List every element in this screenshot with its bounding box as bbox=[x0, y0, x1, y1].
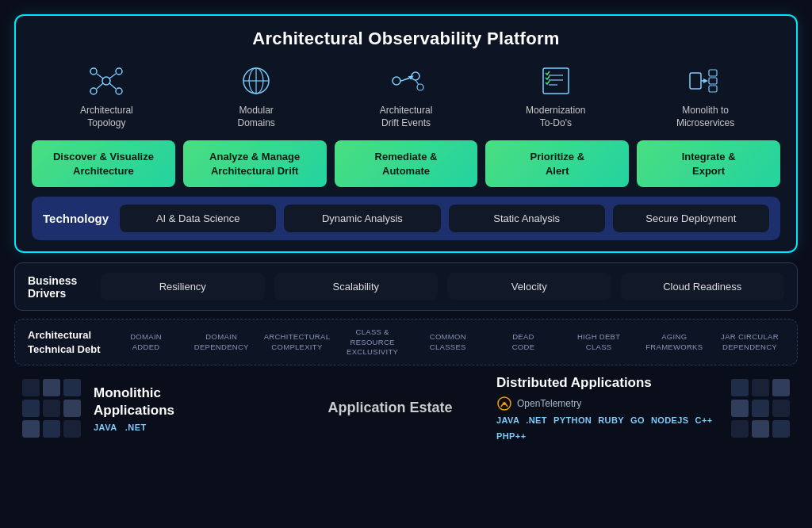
tech-btn-secure[interactable]: Secure Deployment bbox=[613, 205, 769, 232]
tag-python: PYTHON bbox=[553, 415, 592, 425]
domains-label: ModularDomains bbox=[238, 105, 275, 129]
grid-sq bbox=[22, 379, 40, 396]
btn-prioritize[interactable]: Prioritize &Alert bbox=[485, 140, 629, 187]
debt-dead-code: DEADCODE bbox=[488, 332, 557, 352]
icon-item-topology: ArchitecturalTopology bbox=[39, 63, 174, 129]
grid-sq bbox=[43, 379, 60, 396]
platform-title: Architectural Observability Platform bbox=[32, 29, 780, 49]
monolith-icon bbox=[685, 63, 726, 98]
debt-common-classes: COMMONCLASSES bbox=[413, 332, 482, 352]
technical-debt-container: ArchitecturalTechnical Debt DOMAINADDED … bbox=[14, 319, 798, 365]
grid-sq bbox=[63, 379, 81, 396]
svg-point-0 bbox=[102, 77, 110, 85]
business-drivers-container: BusinessDrivers Resiliency Scalability V… bbox=[14, 262, 798, 311]
technology-label: Technology bbox=[43, 212, 109, 225]
tag-dotnet: .NET bbox=[125, 423, 147, 432]
grid-sq bbox=[43, 400, 60, 417]
monolith-label: Monolith toMicroservices bbox=[676, 105, 734, 129]
tag-go: GO bbox=[630, 415, 645, 425]
monolithic-tags: JAVA .NET bbox=[94, 423, 147, 432]
otel-label: OpenTelemetry bbox=[517, 398, 581, 409]
svg-point-13 bbox=[393, 77, 400, 85]
distributed-icons-grid bbox=[731, 379, 790, 438]
distributed-title: Distributed Applications bbox=[496, 375, 652, 391]
debt-items-row: DOMAINADDED DOMAINDEPENDENCY ARCHITECTUR… bbox=[112, 327, 784, 357]
monolithic-icons-grid bbox=[22, 379, 81, 438]
driver-cloud[interactable]: Cloud Readiness bbox=[621, 273, 785, 300]
business-drivers-label: BusinessDrivers bbox=[28, 274, 91, 300]
green-buttons-row: Discover & VisualizeArchitecture Analyze… bbox=[32, 140, 780, 187]
otel-badge: OpenTelemetry bbox=[496, 396, 581, 411]
svg-point-27 bbox=[503, 402, 506, 405]
debt-jar-circular: JAR CIRCULARDEPENDENCY bbox=[715, 332, 784, 352]
btn-remediate[interactable]: Remediate &Automate bbox=[335, 140, 478, 187]
svg-point-2 bbox=[116, 68, 122, 75]
grid-sq bbox=[731, 400, 749, 417]
grid-sq bbox=[772, 379, 790, 396]
debt-high-debt: HIGH DEBTCLASS bbox=[565, 332, 634, 352]
svg-line-7 bbox=[97, 83, 103, 89]
grid-sq bbox=[731, 420, 749, 438]
topology-icon bbox=[86, 63, 127, 98]
tag-net-dist: .NET bbox=[526, 415, 547, 425]
grid-sq bbox=[772, 420, 790, 438]
svg-point-3 bbox=[90, 88, 97, 94]
icon-item-domains: ModularDomains bbox=[189, 63, 324, 129]
tag-ruby: RUBY bbox=[598, 415, 624, 425]
tag-java-dist: JAVA bbox=[496, 415, 519, 425]
tech-btn-static[interactable]: Static Analysis bbox=[449, 205, 605, 232]
grid-sq bbox=[752, 379, 769, 396]
btn-discover[interactable]: Discover & VisualizeArchitecture bbox=[32, 140, 175, 187]
driver-velocity[interactable]: Velocity bbox=[447, 273, 611, 300]
modernization-icon bbox=[535, 63, 576, 98]
svg-rect-21 bbox=[690, 73, 701, 89]
debt-domain-added: DOMAINADDED bbox=[112, 332, 181, 352]
svg-point-1 bbox=[90, 68, 97, 75]
debt-arch-complexity: ARCHITECTURALCOMPLEXITY bbox=[262, 332, 331, 352]
svg-rect-25 bbox=[709, 86, 717, 92]
grid-sq bbox=[63, 420, 81, 438]
tag-cpp: C++ bbox=[695, 415, 713, 425]
svg-point-15 bbox=[417, 84, 423, 90]
grid-sq bbox=[731, 379, 749, 396]
debt-domain-dep: DOMAINDEPENDENCY bbox=[187, 332, 256, 352]
grid-sq bbox=[22, 420, 40, 438]
grid-sq bbox=[772, 400, 790, 417]
debt-aging-fw: AGINGFRAMEWORKS bbox=[640, 332, 709, 352]
driver-resiliency[interactable]: Resiliency bbox=[101, 273, 265, 300]
svg-rect-24 bbox=[709, 78, 717, 84]
tech-btn-dynamic[interactable]: Dynamic Analysis bbox=[284, 205, 440, 232]
grid-sq bbox=[63, 400, 81, 417]
otel-icon bbox=[496, 396, 512, 411]
svg-line-8 bbox=[109, 83, 116, 89]
tech-btn-ai[interactable]: AI & Data Science bbox=[120, 205, 276, 232]
platform-container: Architectural Observability Platform Arc… bbox=[14, 14, 798, 253]
svg-point-4 bbox=[116, 88, 122, 94]
drift-icon bbox=[385, 63, 427, 98]
distributed-tags: JAVA .NET PYTHON RUBY GO NODEJS C++ PHP+… bbox=[496, 415, 718, 441]
tag-nodejs: NODEJS bbox=[651, 415, 689, 425]
modernization-label: ModernizationTo-Do's bbox=[526, 105, 585, 129]
svg-line-5 bbox=[97, 74, 103, 78]
tech-row: Technology AI & Data Science Dynamic Ana… bbox=[32, 197, 780, 240]
btn-analyze[interactable]: Analyze & ManageArchitectural Drift bbox=[183, 140, 327, 187]
technical-debt-label: ArchitecturalTechnical Debt bbox=[28, 328, 101, 357]
btn-integrate[interactable]: Integrate &Export bbox=[637, 140, 780, 187]
icon-item-modernization: ModernizationTo-Do's bbox=[488, 63, 623, 129]
icon-item-drift: ArchitecturalDrift Events bbox=[339, 63, 473, 129]
icons-row: ArchitecturalTopology ModularDomains bbox=[32, 63, 780, 129]
domains-icon bbox=[236, 63, 277, 98]
svg-rect-17 bbox=[543, 68, 569, 94]
monolithic-apps-section: MonolithicApplications JAVA .NET bbox=[94, 385, 284, 432]
grid-sq bbox=[43, 420, 60, 438]
tag-java: JAVA bbox=[94, 423, 117, 432]
tag-phppp: PHP++ bbox=[496, 431, 526, 441]
svg-line-6 bbox=[109, 74, 116, 78]
grid-sq bbox=[22, 400, 40, 417]
icon-item-monolith: Monolith toMicroservices bbox=[638, 63, 773, 129]
monolithic-title: MonolithicApplications bbox=[94, 385, 174, 419]
distributed-apps-section: Distributed Applications OpenTelemetry J… bbox=[496, 375, 718, 441]
driver-scalability[interactable]: Scalability bbox=[274, 273, 439, 300]
svg-rect-23 bbox=[709, 70, 717, 76]
debt-class-resource: CLASS &RESOURCEEXCLUSIVITY bbox=[338, 327, 407, 357]
